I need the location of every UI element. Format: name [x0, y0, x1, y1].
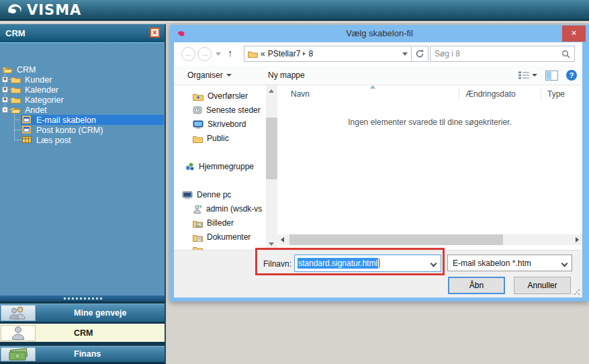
- nav-item-downloads[interactable]: Overførsler: [193, 91, 248, 101]
- tree-item-andet[interactable]: Andet: [11, 105, 50, 115]
- breadcrumb-segment[interactable]: 8: [308, 49, 313, 58]
- filename-input[interactable]: standard.signatur.html: [294, 255, 441, 272]
- nav-item-partial[interactable]: [193, 245, 203, 250]
- sidebar-close-icon[interactable]: ×: [150, 28, 160, 38]
- file-dialog: Vælg skabelon-fil × ← → ↑ « PStellar7 8: [170, 25, 589, 302]
- column-separator[interactable]: [459, 88, 459, 100]
- forward-button[interactable]: →: [197, 47, 212, 61]
- column-header-type[interactable]: Type: [547, 89, 565, 99]
- search-icon[interactable]: [561, 50, 570, 58]
- places-nav-pane: Overførsler Seneste steder: [174, 85, 266, 250]
- column-separator[interactable]: [541, 88, 541, 100]
- refresh-button[interactable]: [411, 46, 428, 62]
- breadcrumb[interactable]: « PStellar7 8: [244, 46, 412, 62]
- crm-tree: CRM + Kunder + Kalender +: [0, 43, 165, 295]
- table-icon: [22, 136, 32, 144]
- tree-item-email-skabelon[interactable]: E-mail skabelon: [21, 115, 164, 125]
- filetype-dropdown-icon: [561, 261, 568, 267]
- scrollbar-thumb[interactable]: [289, 234, 503, 245]
- nav-item-documents[interactable]: Dokumenter: [193, 232, 251, 242]
- up-button[interactable]: ↑: [228, 47, 233, 58]
- scroll-left-icon[interactable]: [281, 237, 284, 242]
- address-dropdown-icon[interactable]: [402, 52, 408, 56]
- nav-item-this-pc[interactable]: Denne pc: [182, 190, 231, 199]
- filetype-select[interactable]: E-mail skabelon *.htm: [447, 255, 572, 271]
- module-mine-genveje[interactable]: Mine genveje: [0, 304, 165, 322]
- column-header-name[interactable]: Navn: [291, 89, 310, 99]
- horizontal-scrollbar[interactable]: [277, 234, 582, 245]
- expand-icon[interactable]: +: [2, 97, 8, 103]
- open-folder-icon: [11, 105, 21, 114]
- money-icon: [8, 348, 28, 361]
- breadcrumb-segment[interactable]: PStellar7: [268, 49, 301, 58]
- module-icon-plate: [1, 305, 36, 321]
- sidebar-splitter[interactable]: [0, 295, 165, 302]
- nav-item-admin[interactable]: admin (wsdk-vs: [193, 204, 262, 214]
- folder-icon: [11, 85, 21, 94]
- template-icon: [22, 126, 32, 134]
- nav-item-public[interactable]: Public: [193, 134, 229, 143]
- module-icon-plate: [1, 325, 36, 341]
- search-input[interactable]: [435, 49, 561, 58]
- text-caret: [379, 259, 380, 268]
- tree-item-kalender[interactable]: Kalender: [11, 85, 61, 95]
- tree-item-kunder[interactable]: Kunder: [11, 75, 54, 85]
- module-finans[interactable]: Finans: [0, 346, 165, 362]
- forward-icon: →: [200, 49, 209, 59]
- help-icon[interactable]: ?: [566, 70, 577, 81]
- tree-item-crm[interactable]: CRM: [3, 64, 38, 75]
- nav-item-desktop[interactable]: Skrivebord: [193, 120, 246, 129]
- filename-label: Filnavn:: [263, 259, 291, 269]
- expand-icon[interactable]: +: [2, 87, 8, 93]
- organiser-menu[interactable]: Organiser: [187, 71, 232, 80]
- file-list-header: Navn Ændringsdato Type: [277, 87, 582, 101]
- view-dropdown-icon: [532, 74, 537, 77]
- menu-dropdown-icon: [226, 74, 232, 77]
- scroll-right-icon[interactable]: [576, 237, 579, 242]
- cancel-button[interactable]: Annuller: [514, 277, 571, 294]
- module-crm[interactable]: CRM: [0, 324, 165, 342]
- nav-item-homegroup[interactable]: Hjemmegruppe: [185, 162, 254, 171]
- tree-line: [14, 113, 15, 140]
- back-icon: ←: [184, 49, 193, 59]
- filename-dropdown-icon[interactable]: [431, 261, 437, 267]
- sidebar-header: CRM ×: [0, 24, 165, 43]
- folder-icon: [11, 75, 21, 84]
- desktop-icon: [193, 120, 203, 129]
- top-brand-bar: VISMA: [0, 0, 589, 21]
- brand-text: VISMA: [27, 1, 81, 18]
- resize-grip[interactable]: [574, 289, 580, 295]
- nav-item-pictures[interactable]: Billeder: [193, 218, 234, 228]
- folder-icon: [11, 95, 21, 104]
- expand-icon[interactable]: +: [2, 77, 8, 83]
- folder-icon: [193, 245, 203, 250]
- scrollbar-thumb[interactable]: [266, 118, 277, 179]
- search-box[interactable]: [430, 46, 575, 62]
- dialog-title: Vælg skabelon-fil: [170, 28, 589, 38]
- preview-pane-icon[interactable]: [545, 71, 558, 81]
- new-folder-button[interactable]: Ny mappe: [268, 71, 305, 80]
- column-header-modified[interactable]: Ændringsdato: [465, 89, 516, 99]
- sidebar-title: CRM: [5, 28, 26, 38]
- history-chevron-icon[interactable]: [216, 52, 221, 56]
- dialog-content: Overførsler Seneste steder: [174, 85, 582, 250]
- empty-results-message: Ingen elementer svarede til dine søgekri…: [277, 118, 582, 127]
- people-icon: [8, 306, 28, 320]
- back-button[interactable]: ←: [181, 47, 195, 61]
- change-view-button[interactable]: [518, 71, 537, 79]
- dialog-titlebar[interactable]: Vælg skabelon-fil ×: [170, 25, 589, 42]
- breadcrumb-root-mark[interactable]: «: [261, 49, 265, 58]
- collapse-icon[interactable]: -: [2, 107, 8, 113]
- tree-item-laes-post[interactable]: Læs post: [22, 135, 73, 145]
- module-switcher: Mine genveje CRM: [0, 295, 165, 364]
- open-button[interactable]: Åbn: [448, 277, 505, 294]
- scroll-up-icon[interactable]: [269, 89, 274, 93]
- breadcrumb-separator-icon[interactable]: [303, 52, 306, 56]
- nav-item-recent[interactable]: Seneste steder: [193, 105, 261, 115]
- scroll-down-icon[interactable]: [269, 242, 274, 246]
- tree-item-post-konto[interactable]: Post konto (CRM): [22, 125, 105, 135]
- nav-scrollbar[interactable]: [266, 85, 277, 250]
- dialog-close-button[interactable]: ×: [562, 26, 586, 42]
- tree-item-kategorier[interactable]: Kategorier: [11, 95, 66, 105]
- module-icon-plate: [1, 347, 36, 361]
